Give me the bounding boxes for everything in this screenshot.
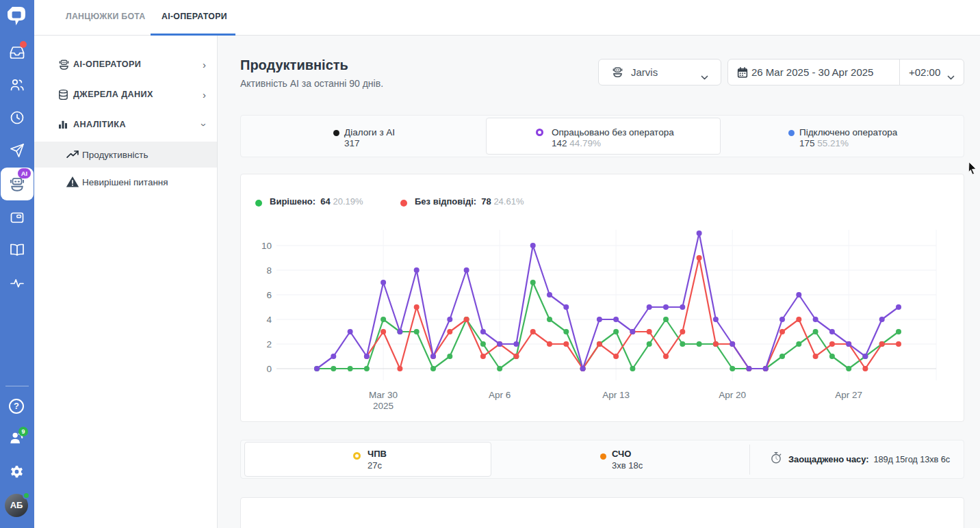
svg-text:6: 6 — [266, 290, 272, 300]
svg-text:Mar 30: Mar 30 — [369, 390, 398, 400]
svg-text:2: 2 — [266, 339, 272, 349]
svg-text:2025: 2025 — [373, 401, 394, 411]
svg-text:Apr 20: Apr 20 — [719, 390, 746, 400]
svg-text:Apr 13: Apr 13 — [602, 390, 630, 400]
svg-text:10: 10 — [261, 241, 272, 251]
svg-text:0: 0 — [266, 364, 272, 374]
svg-text:8: 8 — [266, 265, 272, 276]
svg-text:4: 4 — [266, 315, 272, 325]
svg-text:Apr 27: Apr 27 — [835, 390, 862, 400]
svg-text:Apr 6: Apr 6 — [489, 390, 511, 400]
